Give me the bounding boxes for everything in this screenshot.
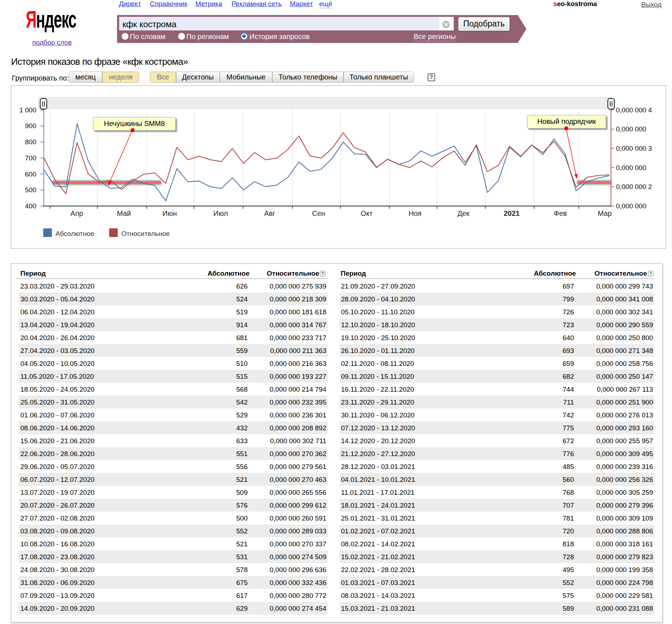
svg-text:Июл: Июл <box>213 209 228 217</box>
svg-text:Май: Май <box>117 209 131 217</box>
svg-text:Окт: Окт <box>361 209 373 217</box>
svg-text:2021: 2021 <box>504 209 520 217</box>
svg-text:600: 600 <box>25 170 36 178</box>
svg-text:Авг: Авг <box>264 209 275 217</box>
svg-text:1 000: 1 000 <box>19 106 36 114</box>
svg-text:0,000 000: 0,000 000 <box>616 164 647 171</box>
svg-text:0,000 000 4: 0,000 000 4 <box>616 106 652 114</box>
svg-text:Ноя: Ноя <box>409 209 422 217</box>
svg-text:900: 900 <box>25 122 36 130</box>
svg-text:0,000 000: 0,000 000 <box>616 125 647 133</box>
svg-text:Апр: Апр <box>70 209 83 217</box>
svg-text:Июн: Июн <box>162 209 177 217</box>
svg-text:Сен: Сен <box>312 209 325 217</box>
svg-text:800: 800 <box>25 138 36 146</box>
svg-text:500: 500 <box>25 186 36 194</box>
svg-text:700: 700 <box>25 154 36 162</box>
svg-text:400: 400 <box>25 202 36 210</box>
svg-text:0,000 000 2: 0,000 000 2 <box>616 183 652 190</box>
svg-text:Фев: Фев <box>554 209 567 217</box>
svg-text:Мар: Мар <box>598 209 612 217</box>
svg-text:0,000 000: 0,000 000 <box>616 202 647 210</box>
svg-text:Дек: Дек <box>457 209 469 217</box>
svg-text:0,000 000 3: 0,000 000 3 <box>616 145 652 152</box>
